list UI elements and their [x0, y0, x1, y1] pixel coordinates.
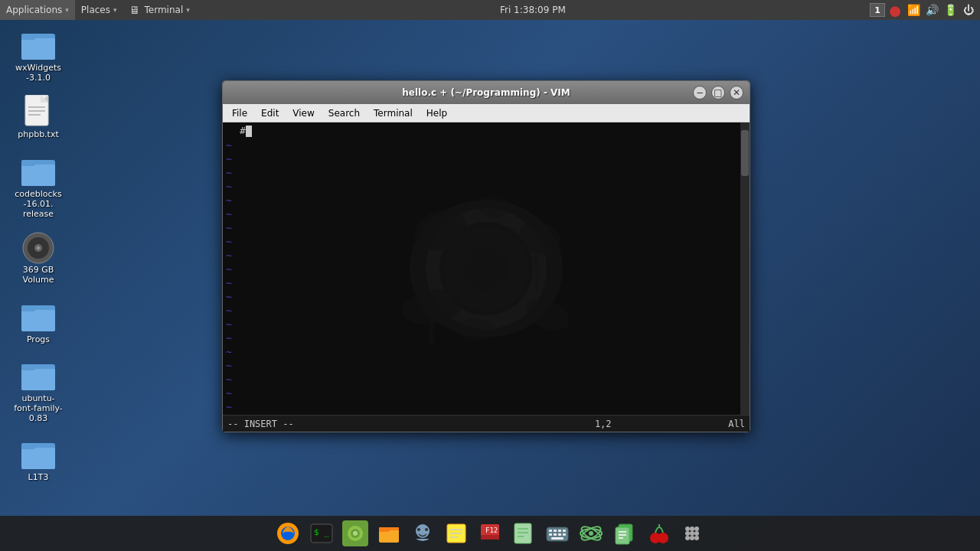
maximize-button[interactable]: □ [711, 86, 725, 99]
taskbar-sticky[interactable] [441, 518, 472, 549]
svg-point-89 [690, 536, 694, 540]
vim-line-tilde-21: ~ [223, 401, 238, 412]
vim-line-19: ~ [223, 372, 750, 386]
sticky-icon [444, 521, 469, 546]
taskbar-notes[interactable] [508, 518, 539, 549]
svg-rect-54 [481, 535, 499, 540]
vim-line-2: ~ [223, 138, 750, 152]
vim-text-area[interactable]: # ~ ~ ~ ~ ~ [223, 122, 750, 415]
vim-menu-view[interactable]: View [286, 106, 320, 120]
vim-menu-terminal[interactable]: Terminal [368, 106, 419, 120]
vim-line-1: # [223, 124, 750, 138]
desktop-icon-wxwidgets[interactable]: wxWidgets-3.1.0 [8, 23, 69, 86]
svg-rect-20 [21, 369, 55, 390]
panel-icon-red: ● [887, 2, 903, 18]
icon-label-wxwidgets: wxWidgets-3.1.0 [15, 63, 61, 83]
vim-window: hello.c + (~/Programming) - VIM − □ ✕ Fi… [222, 80, 750, 432]
notes-icon [511, 521, 536, 546]
appgrid-icon [680, 521, 704, 546]
vim-statusbar: -- INSERT -- 1,2 All [223, 415, 750, 432]
vim-menu-help[interactable]: Help [420, 106, 453, 120]
taskbar-firefox[interactable] [273, 518, 303, 549]
taskbar-terminal[interactable]: $ _ [306, 518, 337, 549]
taskbar-cherry[interactable] [643, 518, 674, 549]
workspace-indicator[interactable]: 1 [870, 3, 885, 17]
folder-icon-codeblocks [20, 152, 57, 189]
vim-line-tilde-22: ~ [223, 415, 238, 416]
close-button[interactable]: ✕ [730, 86, 743, 99]
svg-point-42 [353, 531, 358, 536]
vim-status-pos: 1,2 [478, 419, 728, 429]
vim-scrollbar[interactable] [740, 122, 750, 415]
svg-point-15 [37, 246, 40, 249]
taskbar-files[interactable] [374, 518, 404, 549]
keyboard-icon [544, 520, 570, 546]
svg-point-82 [685, 527, 690, 531]
taskbar-keyboard[interactable] [542, 518, 573, 549]
places-menu[interactable]: Places ▾ [75, 0, 123, 20]
taskbar-copyq[interactable] [609, 518, 640, 549]
folder-icon-progs [20, 298, 57, 334]
vim-menu-edit[interactable]: Edit [255, 106, 285, 120]
vim-window-controls: − □ ✕ [693, 86, 743, 99]
vim-line-9: ~ [223, 234, 750, 248]
terminal-menu[interactable]: 🖥 Terminal ▾ [123, 0, 196, 20]
top-panel: Applications ▾ Places ▾ 🖥 Terminal ▾ Fri… [0, 0, 980, 20]
guake-icon: F12 [478, 521, 502, 546]
files-icon [377, 521, 401, 546]
desktop-icon-codeblocks[interactable]: codeblocks-16.01.release [8, 149, 69, 223]
taskbar-guake[interactable]: F12 [475, 518, 505, 549]
taskbar-hexchat[interactable] [407, 518, 438, 549]
vim-line-tilde-6: ~ [223, 194, 238, 206]
minimize-button[interactable]: − [693, 86, 707, 99]
svg-rect-67 [558, 533, 561, 536]
svg-rect-66 [554, 533, 557, 536]
svg-rect-2 [21, 34, 35, 40]
folder-icon-ubuntu-font [20, 357, 57, 393]
svg-point-80 [658, 533, 668, 543]
vim-line-tilde-2: ~ [223, 139, 238, 151]
icon-label-phpbb: phpbb.txt [18, 129, 59, 139]
vim-scrollbar-thumb[interactable] [741, 130, 749, 176]
svg-rect-21 [21, 364, 35, 370]
panel-icon-battery: 🔋 [942, 2, 959, 18]
vim-line-11: ~ [223, 262, 750, 276]
vim-line-15: ~ [223, 317, 750, 331]
folder-icon-wxwidgets [20, 26, 57, 63]
applications-menu[interactable]: Applications ▾ [0, 0, 75, 20]
svg-rect-18 [21, 305, 35, 311]
vim-line-tilde-10: ~ [223, 249, 238, 261]
vim-line-4: ~ [223, 165, 750, 179]
svg-text:F12: F12 [485, 527, 498, 534]
vim-line-17: ~ [223, 344, 750, 358]
svg-rect-63 [558, 530, 561, 532]
desktop-icons: wxWidgets-3.1.0 phpbb.txt codeblocks-16.… [8, 23, 69, 485]
desktop-icon-ubuntu-font[interactable]: ubuntu-font-family-0.83 [8, 354, 69, 427]
desktop-icon-l1t3[interactable]: L1T3 [8, 432, 69, 485]
taskbar-appgrid[interactable] [677, 518, 707, 549]
taskbar-atom[interactable] [576, 518, 606, 549]
icon-label-ubuntu-font: ubuntu-font-family-0.83 [14, 393, 63, 424]
desktop-icon-volume[interactable]: 369 GBVolume [8, 228, 69, 288]
svg-point-87 [694, 531, 699, 536]
panel-clock: Fri 1:38:09 PM [196, 5, 870, 15]
vim-menu-file[interactable]: File [226, 106, 253, 120]
vim-line-6: ~ [223, 193, 750, 207]
atom-icon [579, 521, 603, 546]
desktop-icon-phpbb[interactable]: phpbb.txt [8, 92, 69, 142]
vim-menu-search[interactable]: Search [322, 106, 366, 120]
vim-content-area[interactable]: # ~ ~ ~ ~ ~ [223, 122, 750, 415]
vim-line-tilde-15: ~ [223, 318, 238, 330]
vim-title: hello.c + (~/Programming) - VIM [402, 87, 570, 98]
vim-cursor [246, 126, 252, 137]
terminal-icon: $ _ [309, 521, 334, 546]
svg-rect-1 [21, 38, 55, 60]
taskbar-mintmenu[interactable] [340, 518, 371, 549]
vim-line-tilde-19: ~ [223, 373, 238, 385]
vim-line-tilde-12: ~ [223, 277, 238, 289]
vim-line-tilde-13: ~ [223, 291, 238, 302]
firefox-icon [276, 521, 300, 546]
vim-menubar: File Edit View Search Terminal Help [223, 104, 750, 122]
vim-line-18: ~ [223, 358, 750, 372]
desktop-icon-progs[interactable]: Progs [8, 295, 69, 347]
